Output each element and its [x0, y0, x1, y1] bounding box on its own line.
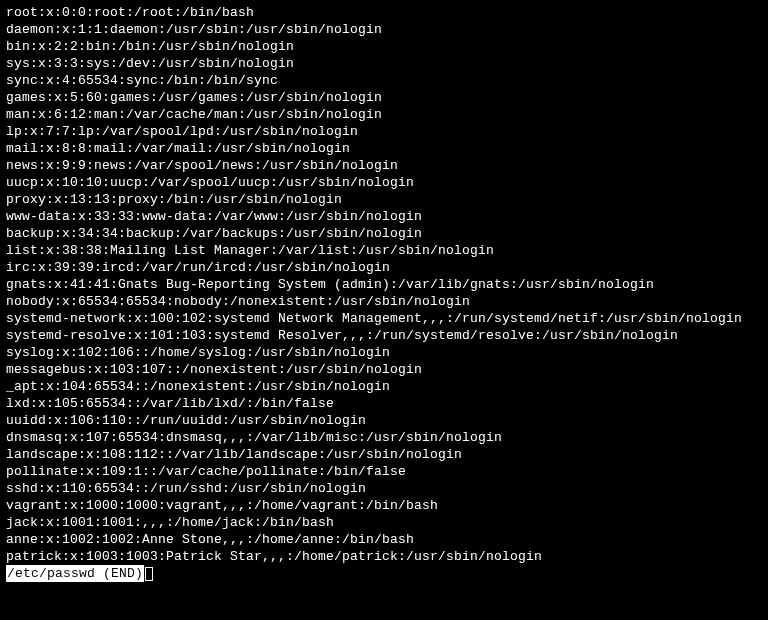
terminal-line: systemd-resolve:x:101:103:systemd Resolv…	[6, 327, 762, 344]
terminal-line: messagebus:x:103:107::/nonexistent:/usr/…	[6, 361, 762, 378]
terminal-line: sys:x:3:3:sys:/dev:/usr/sbin/nologin	[6, 55, 762, 72]
terminal-line: jack:x:1001:1001:,,,:/home/jack:/bin/bas…	[6, 514, 762, 531]
terminal-line: irc:x:39:39:ircd:/var/run/ircd:/usr/sbin…	[6, 259, 762, 276]
terminal-line: daemon:x:1:1:daemon:/usr/sbin:/usr/sbin/…	[6, 21, 762, 38]
terminal-line: root:x:0:0:root:/root:/bin/bash	[6, 4, 762, 21]
terminal-line: nobody:x:65534:65534:nobody:/nonexistent…	[6, 293, 762, 310]
terminal-line: anne:x:1002:1002:Anne Stone,,,:/home/ann…	[6, 531, 762, 548]
terminal-line: dnsmasq:x:107:65534:dnsmasq,,,:/var/lib/…	[6, 429, 762, 446]
terminal-line: man:x:6:12:man:/var/cache/man:/usr/sbin/…	[6, 106, 762, 123]
terminal-line: systemd-network:x:100:102:systemd Networ…	[6, 310, 762, 327]
terminal-line: vagrant:x:1000:1000:vagrant,,,:/home/vag…	[6, 497, 762, 514]
terminal-line: uuidd:x:106:110::/run/uuidd:/usr/sbin/no…	[6, 412, 762, 429]
pager-status-row: /etc/passwd (END)	[6, 565, 762, 582]
terminal-line: _apt:x:104:65534::/nonexistent:/usr/sbin…	[6, 378, 762, 395]
cursor	[145, 567, 153, 581]
terminal-line: gnats:x:41:41:Gnats Bug-Reporting System…	[6, 276, 762, 293]
pager-status: /etc/passwd (END)	[6, 565, 144, 582]
terminal-output[interactable]: root:x:0:0:root:/root:/bin/bashdaemon:x:…	[6, 4, 762, 565]
terminal-line: sshd:x:110:65534::/run/sshd:/usr/sbin/no…	[6, 480, 762, 497]
terminal-line: landscape:x:108:112::/var/lib/landscape:…	[6, 446, 762, 463]
terminal-line: sync:x:4:65534:sync:/bin:/bin/sync	[6, 72, 762, 89]
terminal-line: bin:x:2:2:bin:/bin:/usr/sbin/nologin	[6, 38, 762, 55]
terminal-line: www-data:x:33:33:www-data:/var/www:/usr/…	[6, 208, 762, 225]
terminal-line: backup:x:34:34:backup:/var/backups:/usr/…	[6, 225, 762, 242]
terminal-line: lxd:x:105:65534::/var/lib/lxd/:/bin/fals…	[6, 395, 762, 412]
terminal-line: games:x:5:60:games:/usr/games:/usr/sbin/…	[6, 89, 762, 106]
terminal-line: patrick:x:1003:1003:Patrick Star,,,:/hom…	[6, 548, 762, 565]
terminal-line: lp:x:7:7:lp:/var/spool/lpd:/usr/sbin/nol…	[6, 123, 762, 140]
terminal-line: proxy:x:13:13:proxy:/bin:/usr/sbin/nolog…	[6, 191, 762, 208]
terminal-line: news:x:9:9:news:/var/spool/news:/usr/sbi…	[6, 157, 762, 174]
terminal-line: list:x:38:38:Mailing List Manager:/var/l…	[6, 242, 762, 259]
terminal-line: syslog:x:102:106::/home/syslog:/usr/sbin…	[6, 344, 762, 361]
terminal-line: pollinate:x:109:1::/var/cache/pollinate:…	[6, 463, 762, 480]
terminal-line: uucp:x:10:10:uucp:/var/spool/uucp:/usr/s…	[6, 174, 762, 191]
terminal-line: mail:x:8:8:mail:/var/mail:/usr/sbin/nolo…	[6, 140, 762, 157]
